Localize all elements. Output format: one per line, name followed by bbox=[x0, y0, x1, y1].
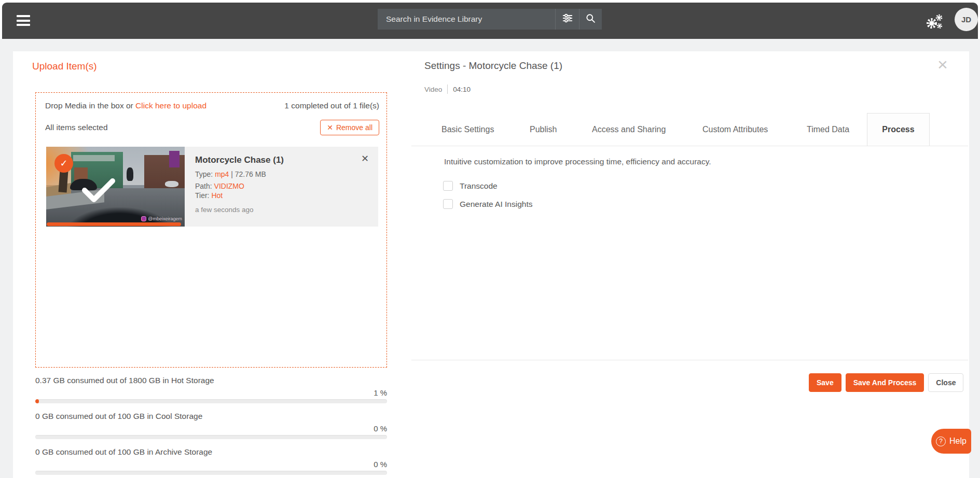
type-value: mp4 bbox=[215, 170, 229, 178]
close-button[interactable]: Close bbox=[928, 373, 963, 392]
remove-all-label: Remove all bbox=[336, 123, 372, 132]
save-and-process-button[interactable]: Save And Process bbox=[846, 373, 924, 392]
thumbnail-watermark: @mbeixeiragem bbox=[141, 216, 182, 221]
selection-status-text: All items selected bbox=[45, 123, 108, 132]
settings-tabs: Basic Settings Publish Access and Sharin… bbox=[411, 113, 968, 146]
tab-access-and-sharing[interactable]: Access and Sharing bbox=[592, 113, 666, 146]
search-icon bbox=[585, 13, 596, 26]
size-separator: | bbox=[229, 170, 234, 178]
help-question-icon: ? bbox=[936, 437, 946, 446]
archive-storage-meter: 0 GB consumed out of 100 GB in Archive S… bbox=[35, 447, 387, 457]
file-thumbnail[interactable]: ✓ @mbeixeiragem bbox=[46, 147, 185, 227]
cool-storage-label: 0 GB consumed out of 100 GB in Cool Stor… bbox=[35, 412, 387, 421]
file-size: 72.76 MB bbox=[235, 170, 266, 178]
transcode-label: Transcode bbox=[460, 181, 498, 191]
search-button[interactable] bbox=[579, 9, 602, 30]
type-label: Type: bbox=[195, 170, 215, 178]
tier-label: Tier: bbox=[195, 191, 211, 200]
tabs-underline bbox=[411, 146, 968, 146]
path-value[interactable]: VIDIZMO bbox=[214, 182, 244, 190]
file-details: Motorcycle Chase (1) Type: mp4 | 72.76 M… bbox=[185, 147, 378, 227]
filter-button[interactable] bbox=[555, 9, 579, 30]
search-bar bbox=[378, 9, 602, 30]
cool-storage-percent: 0 % bbox=[374, 424, 387, 433]
process-tab-description: Intuitive customization to improve proce… bbox=[444, 157, 711, 166]
settings-close-icon[interactable]: × bbox=[937, 55, 948, 73]
top-navigation-bar: JD bbox=[2, 3, 978, 39]
media-duration: 04:10 bbox=[453, 86, 471, 93]
tab-process[interactable]: Process bbox=[867, 113, 930, 146]
menu-icon[interactable] bbox=[17, 15, 30, 26]
settings-footer-divider bbox=[411, 360, 968, 360]
upload-dropzone[interactable]: Drop Media in the box or Click here to u… bbox=[35, 92, 387, 368]
media-info-row: Video 04:10 bbox=[424, 85, 471, 94]
filter-sliders-icon bbox=[562, 12, 573, 26]
settings-footer-buttons: Save Save And Process Close bbox=[809, 373, 963, 392]
hot-storage-bar bbox=[35, 399, 387, 403]
tab-basic-settings[interactable]: Basic Settings bbox=[441, 113, 494, 146]
generate-ai-insights-label: Generate AI Insights bbox=[460, 200, 532, 209]
save-button[interactable]: Save bbox=[809, 373, 841, 392]
hot-storage-label: 0.37 GB consumed out of 1800 GB in Hot S… bbox=[35, 376, 387, 385]
settings-panel-title: Settings - Motorcycle Chase (1) bbox=[424, 60, 562, 72]
watermark-text: @mbeixeiragem bbox=[148, 216, 182, 221]
selected-checkmark-icon bbox=[80, 177, 117, 206]
upload-progress-bar bbox=[47, 222, 181, 226]
uploaded-file-card: ✓ @mbeixeiragem Motorcycle Chase (1) Typ… bbox=[46, 147, 378, 227]
tab-publish[interactable]: Publish bbox=[530, 113, 557, 146]
generate-ai-insights-checkbox[interactable] bbox=[443, 199, 453, 209]
generate-ai-insights-option[interactable]: Generate AI Insights bbox=[443, 199, 532, 209]
file-title: Motorcycle Chase (1) bbox=[195, 155, 368, 165]
user-avatar[interactable]: JD bbox=[955, 8, 978, 31]
path-label: Path: bbox=[195, 182, 214, 190]
tab-custom-attributes[interactable]: Custom Attributes bbox=[702, 113, 768, 146]
dropzone-text: Drop Media in the box or bbox=[45, 101, 135, 110]
remove-all-x-icon: ✕ bbox=[327, 123, 333, 132]
cool-storage-meter: 0 GB consumed out of 100 GB in Cool Stor… bbox=[35, 412, 387, 421]
settings-gears-icon[interactable] bbox=[924, 13, 945, 31]
file-tier-line: Tier: Hot bbox=[195, 191, 368, 200]
help-label: Help bbox=[949, 437, 967, 446]
remove-all-button[interactable]: ✕ Remove all bbox=[320, 120, 379, 135]
help-button[interactable]: ? Help bbox=[931, 429, 971, 454]
tier-value[interactable]: Hot bbox=[211, 191, 223, 200]
file-timestamp: a few seconds ago bbox=[195, 206, 368, 214]
hot-storage-bar-fill bbox=[35, 399, 39, 403]
upload-progress-summary: 1 completed out of 1 file(s) bbox=[284, 101, 379, 110]
dropzone-instruction: Drop Media in the box or Click here to u… bbox=[45, 101, 206, 110]
tab-timed-data[interactable]: Timed Data bbox=[807, 113, 849, 146]
file-remove-icon[interactable]: ✕ bbox=[361, 153, 369, 164]
hot-storage-percent: 1 % bbox=[374, 388, 387, 397]
hot-storage-meter: 0.37 GB consumed out of 1800 GB in Hot S… bbox=[35, 376, 387, 385]
search-input[interactable] bbox=[378, 9, 555, 30]
file-type-line: Type: mp4 | 72.76 MB bbox=[195, 170, 368, 178]
file-path-line: Path: VIDIZMO bbox=[195, 182, 368, 190]
upload-panel-title: Upload Item(s) bbox=[32, 61, 97, 72]
media-type-label: Video bbox=[424, 86, 442, 93]
main-content-card: Upload Item(s) Drop Media in the box or … bbox=[13, 51, 969, 478]
media-info-divider bbox=[447, 85, 448, 94]
instagram-icon bbox=[141, 216, 146, 221]
click-to-upload-link[interactable]: Click here to upload bbox=[135, 101, 206, 110]
dropzone-header-row: Drop Media in the box or Click here to u… bbox=[45, 101, 379, 110]
archive-storage-bar bbox=[35, 471, 387, 475]
selection-row: All items selected ✕ Remove all bbox=[45, 120, 379, 135]
archive-storage-percent: 0 % bbox=[374, 460, 387, 469]
transcode-option[interactable]: Transcode bbox=[443, 181, 498, 191]
transcode-checkbox[interactable] bbox=[443, 181, 453, 191]
selected-badge-icon[interactable]: ✓ bbox=[54, 154, 73, 173]
archive-storage-label: 0 GB consumed out of 100 GB in Archive S… bbox=[35, 447, 387, 457]
app-window: JD Upload Item(s) Drop Media in the box … bbox=[0, 0, 980, 478]
cool-storage-bar bbox=[35, 435, 387, 439]
